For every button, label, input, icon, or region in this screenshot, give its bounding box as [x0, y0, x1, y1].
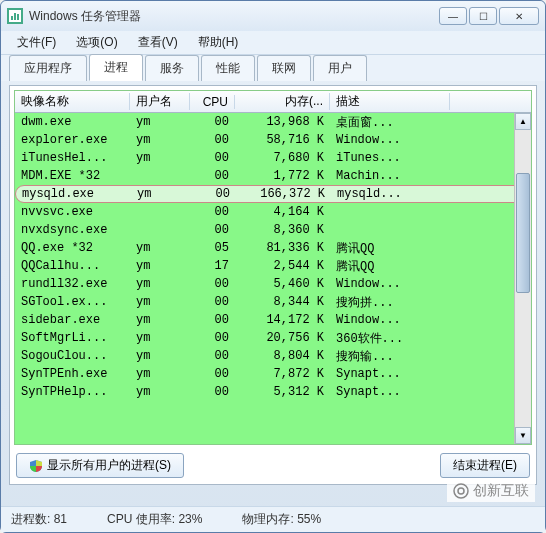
- cell-cpu: 00: [190, 367, 235, 381]
- table-row[interactable]: mysqld.exeym00166,372 Kmysqld...: [15, 185, 531, 203]
- cell-cpu: 00: [190, 169, 235, 183]
- cell-cpu: 00: [190, 295, 235, 309]
- watermark: 创新互联: [447, 480, 535, 502]
- table-row[interactable]: SoftMgrLi...ym0020,756 K360软件...: [15, 329, 531, 347]
- scrollbar[interactable]: ▲ ▼: [514, 113, 531, 444]
- statusbar: 进程数: 81 CPU 使用率: 23% 物理内存: 55%: [1, 506, 545, 532]
- cell-user: ym: [130, 277, 190, 291]
- col-description[interactable]: 描述: [330, 93, 450, 110]
- cell-mem: 4,164 K: [235, 205, 330, 219]
- cell-cpu: 00: [190, 151, 235, 165]
- cell-cpu: 00: [190, 349, 235, 363]
- status-cpu: CPU 使用率: 23%: [107, 511, 202, 528]
- scroll-up-icon[interactable]: ▲: [515, 113, 531, 130]
- cell-mem: 7,680 K: [235, 151, 330, 165]
- menu-view[interactable]: 查看(V): [130, 32, 186, 53]
- table-row[interactable]: nvxdsync.exe008,360 K: [15, 221, 531, 239]
- scroll-down-icon[interactable]: ▼: [515, 427, 531, 444]
- cell-cpu: 00: [190, 133, 235, 147]
- cell-cpu: 00: [190, 331, 235, 345]
- table-row[interactable]: explorer.exeym0058,716 KWindow...: [15, 131, 531, 149]
- cell-name: nvvsvc.exe: [15, 205, 130, 219]
- cell-cpu: 00: [191, 187, 236, 201]
- cell-user: ym: [130, 133, 190, 147]
- tab-services[interactable]: 服务: [145, 55, 199, 81]
- cell-desc: Window...: [330, 277, 450, 291]
- cell-user: ym: [130, 151, 190, 165]
- table-row[interactable]: sidebar.exeym0014,172 KWindow...: [15, 311, 531, 329]
- cell-mem: 8,804 K: [235, 349, 330, 363]
- end-process-label: 结束进程(E): [453, 457, 517, 474]
- cell-cpu: 00: [190, 223, 235, 237]
- cell-cpu: 00: [190, 115, 235, 129]
- cell-user: ym: [130, 241, 190, 255]
- window-title: Windows 任务管理器: [29, 8, 439, 25]
- cell-user: ym: [130, 115, 190, 129]
- tab-networking[interactable]: 联网: [257, 55, 311, 81]
- table-row[interactable]: dwm.exeym0013,968 K桌面窗...: [15, 113, 531, 131]
- cell-name: MDM.EXE *32: [15, 169, 130, 183]
- cell-name: SynTPEnh.exe: [15, 367, 130, 381]
- menu-file[interactable]: 文件(F): [9, 32, 64, 53]
- table-row[interactable]: nvvsvc.exe004,164 K: [15, 203, 531, 221]
- cell-mem: 5,460 K: [235, 277, 330, 291]
- table-row[interactable]: QQCallhu...ym172,544 K腾讯QQ: [15, 257, 531, 275]
- tab-processes[interactable]: 进程: [89, 54, 143, 81]
- close-button[interactable]: ✕: [499, 7, 539, 25]
- cell-mem: 8,360 K: [235, 223, 330, 237]
- minimize-button[interactable]: —: [439, 7, 467, 25]
- table-row[interactable]: iTunesHel...ym007,680 KiTunes...: [15, 149, 531, 167]
- tab-users[interactable]: 用户: [313, 55, 367, 81]
- table-row[interactable]: SynTPHelp...ym005,312 KSynapt...: [15, 383, 531, 401]
- cell-user: ym: [130, 295, 190, 309]
- table-row[interactable]: SogouClou...ym008,804 K搜狗输...: [15, 347, 531, 365]
- col-user-name[interactable]: 用户名: [130, 93, 190, 110]
- cell-user: ym: [130, 331, 190, 345]
- cell-name: SynTPHelp...: [15, 385, 130, 399]
- uac-shield-icon: [29, 459, 43, 473]
- cell-desc: 搜狗输...: [330, 348, 450, 365]
- menubar: 文件(F) 选项(O) 查看(V) 帮助(H): [1, 31, 545, 55]
- cell-name: mysqld.exe: [16, 187, 131, 201]
- status-process-count: 进程数: 81: [11, 511, 67, 528]
- col-memory[interactable]: 内存(...: [235, 93, 330, 110]
- table-row[interactable]: MDM.EXE *32001,772 KMachin...: [15, 167, 531, 185]
- cell-desc: 腾讯QQ: [330, 240, 450, 257]
- cell-desc: 桌面窗...: [330, 114, 450, 131]
- svg-rect-3: [14, 13, 16, 20]
- col-image-name[interactable]: 映像名称: [15, 93, 130, 110]
- cell-name: sidebar.exe: [15, 313, 130, 327]
- tab-applications[interactable]: 应用程序: [9, 55, 87, 81]
- table-row[interactable]: SGTool.ex...ym008,344 K搜狗拼...: [15, 293, 531, 311]
- cell-name: QQ.exe *32: [15, 241, 130, 255]
- maximize-button[interactable]: ☐: [469, 7, 497, 25]
- titlebar[interactable]: Windows 任务管理器 — ☐ ✕: [1, 1, 545, 31]
- svg-point-6: [458, 488, 464, 494]
- cell-cpu: 05: [190, 241, 235, 255]
- svg-point-5: [454, 484, 468, 498]
- table-row[interactable]: SynTPEnh.exeym007,872 KSynapt...: [15, 365, 531, 383]
- col-cpu[interactable]: CPU: [190, 95, 235, 109]
- tab-content: 映像名称 用户名 CPU 内存(... 描述 dwm.exeym0013,968…: [9, 85, 537, 485]
- cell-user: ym: [130, 259, 190, 273]
- cell-name: iTunesHel...: [15, 151, 130, 165]
- cell-desc: iTunes...: [330, 151, 450, 165]
- menu-help[interactable]: 帮助(H): [190, 32, 247, 53]
- tab-performance[interactable]: 性能: [201, 55, 255, 81]
- cell-mem: 20,756 K: [235, 331, 330, 345]
- task-manager-window: Windows 任务管理器 — ☐ ✕ 文件(F) 选项(O) 查看(V) 帮助…: [0, 0, 546, 533]
- scroll-thumb[interactable]: [516, 173, 530, 293]
- menu-options[interactable]: 选项(O): [68, 32, 125, 53]
- table-header: 映像名称 用户名 CPU 内存(... 描述: [15, 91, 531, 113]
- table-row[interactable]: rundll32.exeym005,460 KWindow...: [15, 275, 531, 293]
- cell-desc: Machin...: [330, 169, 450, 183]
- end-process-button[interactable]: 结束进程(E): [440, 453, 530, 478]
- cell-user: ym: [130, 313, 190, 327]
- show-all-users-button[interactable]: 显示所有用户的进程(S): [16, 453, 184, 478]
- cell-name: SogouClou...: [15, 349, 130, 363]
- status-memory: 物理内存: 55%: [242, 511, 321, 528]
- watermark-icon: [453, 483, 469, 499]
- cell-desc: Synapt...: [330, 367, 450, 381]
- table-body[interactable]: dwm.exeym0013,968 K桌面窗...explorer.exeym0…: [15, 113, 531, 445]
- table-row[interactable]: QQ.exe *32ym0581,336 K腾讯QQ: [15, 239, 531, 257]
